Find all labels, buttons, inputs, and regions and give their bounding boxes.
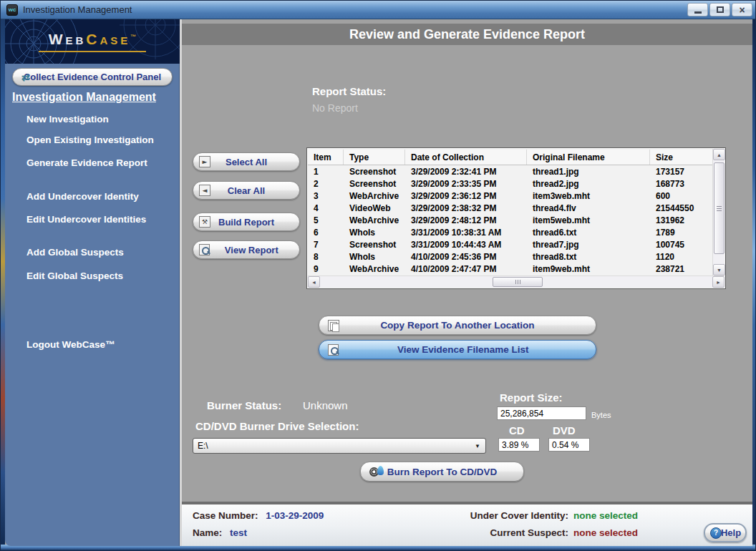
thumb-grip <box>717 206 722 207</box>
cell-size: 168773 <box>650 178 713 190</box>
table-row[interactable]: 2Screenshot3/29/2009 2:33:35 PMthread2.j… <box>308 178 713 190</box>
cell-item: 6 <box>308 227 344 239</box>
table-header: ItemTypeDate of CollectionOriginal Filen… <box>308 150 713 165</box>
flame-icon <box>377 466 384 475</box>
scroll-down-button[interactable]: ▼ <box>713 264 725 276</box>
identity-line: Under Cover Identity: none selected <box>461 510 638 521</box>
help-icon: ? <box>710 527 722 539</box>
sidebar-item-generate-evidence-report[interactable]: Generate Evidence Report <box>26 157 147 168</box>
burn-report-label: Burn Report To CD/DVD <box>361 467 523 477</box>
cell-filename: item9web.mht <box>527 263 650 276</box>
minimize-icon <box>694 11 702 14</box>
vertical-scroll-thumb[interactable] <box>714 162 724 254</box>
table-row[interactable]: 3WebArchive3/29/2009 2:36:12 PMitem3web.… <box>308 190 713 203</box>
cell-filename: thread6.txt <box>527 227 650 239</box>
burn-report-button[interactable]: Burn Report To CD/DVD <box>360 462 524 482</box>
view-report-button[interactable]: View Report <box>193 240 300 259</box>
window-controls: × <box>687 3 752 16</box>
sidebar-item-edit-undercover-identities[interactable]: Edit Undercover Identities <box>26 214 146 225</box>
burner-drive-select[interactable]: E:\ ▼ <box>193 438 486 454</box>
cell-filename: item3web.mht <box>527 190 650 203</box>
sidebar-item-add-undercover-identity[interactable]: Add Undercover Identity <box>26 191 139 202</box>
vertical-scrollbar[interactable]: ▲ ▼ <box>712 149 724 276</box>
page-header: Review and Generate Evidence Report <box>182 24 752 45</box>
cell-size: 1789 <box>650 227 713 239</box>
minimize-button[interactable] <box>687 3 708 16</box>
cell-item: 9 <box>308 263 344 276</box>
view-evidence-list-button[interactable]: View Evidence Filename List <box>319 340 596 359</box>
cell-item: 3 <box>308 190 344 203</box>
table-row[interactable]: 4VideoWeb3/29/2009 2:38:32 PMthread4.flv… <box>308 203 713 215</box>
thumb-grip <box>717 208 722 209</box>
clear-all-icon: ◄ <box>199 185 210 196</box>
help-button[interactable]: ? Help <box>704 523 747 542</box>
close-button[interactable]: × <box>732 3 752 16</box>
sidebar-section-title: Investigation Management <box>12 91 156 104</box>
build-report-icon: ⚒ <box>199 216 210 228</box>
title-bar: wc Investigation Management × <box>1 1 756 19</box>
table-row[interactable]: 1Screenshot3/29/2009 2:32:41 PMthread1.j… <box>308 166 713 178</box>
select-all-button[interactable]: ► Select All <box>193 152 300 171</box>
view-report-icon <box>199 244 210 255</box>
burner-status-label: Burner Status: <box>207 399 281 411</box>
bytes-unit-label: Bytes <box>591 411 611 419</box>
burner-status-value: Unknown <box>303 399 348 411</box>
copy-report-button[interactable]: Copy Report To Another Location <box>319 316 596 335</box>
table-body: 1Screenshot3/29/2009 2:32:41 PMthread1.j… <box>308 166 713 288</box>
sidebar-item-new-investigation[interactable]: New Investigation <box>26 114 109 125</box>
cell-type: Screenshot <box>344 239 405 251</box>
cell-size: 600 <box>650 190 713 203</box>
sidebar-item-logout[interactable]: Logout WebCase™ <box>26 339 115 350</box>
report-size-label: Report Size: <box>500 391 563 404</box>
view-report-label: View Report <box>204 245 299 255</box>
app-window: wc Investigation Management × <box>0 0 756 551</box>
build-report-button[interactable]: ⚒ Build Report <box>193 213 300 231</box>
chevron-down-icon: ▼ <box>475 443 480 449</box>
cell-item: 7 <box>308 239 344 251</box>
dvd-percent-field[interactable]: 0.54 % <box>548 438 590 452</box>
cell-date: 3/29/2009 2:48:12 PM <box>405 215 527 227</box>
collect-evidence-label: Collect Evidence Control Panel <box>13 72 172 82</box>
table-row[interactable]: 7Screenshot3/31/2009 10:44:43 AMthread7.… <box>308 239 713 251</box>
table-row[interactable]: 8WhoIs4/10/2009 2:45:36 PMthread8.txt112… <box>308 251 713 263</box>
window-title: Investigation Management <box>23 4 132 15</box>
table-row[interactable]: 6WhoIs3/31/2009 10:38:31 AMthread6.txt17… <box>308 227 713 239</box>
maximize-button[interactable] <box>709 3 730 16</box>
logo-underline <box>39 51 146 52</box>
logo-text: WebCase™ <box>5 31 180 48</box>
clear-all-button[interactable]: ◄ Clear All <box>193 181 300 200</box>
sidebar: WebCase™ ⇄ Collect Evidence Control Pane… <box>5 19 180 546</box>
report-status-value: No Report <box>312 102 358 114</box>
cell-filename: thread2.jpg <box>527 178 650 190</box>
sidebar-item-add-global-suspects[interactable]: Add Global Suspects <box>26 247 124 258</box>
table-row[interactable]: 9WebArchive4/10/2009 2:47:47 PMitem9web.… <box>308 263 713 276</box>
suspect-label: Current Suspect: <box>461 527 568 538</box>
sidebar-item-edit-global-suspects[interactable]: Edit Global Suspects <box>26 270 123 281</box>
collect-evidence-button[interactable]: ⇄ Collect Evidence Control Panel <box>12 68 173 86</box>
logo-web: Web <box>49 31 87 47</box>
cell-date: 3/31/2009 10:44:43 AM <box>405 239 527 251</box>
cell-date: 3/29/2009 2:38:32 PM <box>405 203 527 215</box>
scroll-right-button[interactable]: ► <box>712 276 724 288</box>
name-value: test <box>230 527 247 538</box>
scroll-left-button[interactable]: ◄ <box>308 276 320 288</box>
cell-item: 8 <box>308 251 344 263</box>
horizontal-scrollbar[interactable]: ◄ ► <box>308 276 724 288</box>
app-icon: wc <box>6 4 18 16</box>
horizontal-scroll-thumb[interactable] <box>493 277 543 287</box>
footer-divider <box>182 502 752 504</box>
main-left-divider <box>180 19 182 546</box>
column-header: Item <box>308 150 344 165</box>
scroll-up-button[interactable]: ▲ <box>713 149 725 160</box>
sidebar-item-open-existing-investigation[interactable]: Open Existing Investigation <box>26 135 154 145</box>
cell-type: WhoIs <box>344 251 405 263</box>
evidence-table: ItemTypeDate of CollectionOriginal Filen… <box>306 147 726 289</box>
cd-percent-field[interactable]: 3.89 % <box>498 438 540 452</box>
report-size-field[interactable]: 25,286,854 <box>497 406 586 420</box>
cell-item: 2 <box>308 178 344 190</box>
table-row[interactable]: 5WebArchive3/29/2009 2:48:12 PMitem5web.… <box>308 215 713 227</box>
cell-type: WebArchive <box>344 190 405 203</box>
suspect-value: none selected <box>573 527 638 538</box>
cell-size: 131962 <box>650 215 713 227</box>
suspect-line: Current Suspect: none selected <box>461 527 638 538</box>
